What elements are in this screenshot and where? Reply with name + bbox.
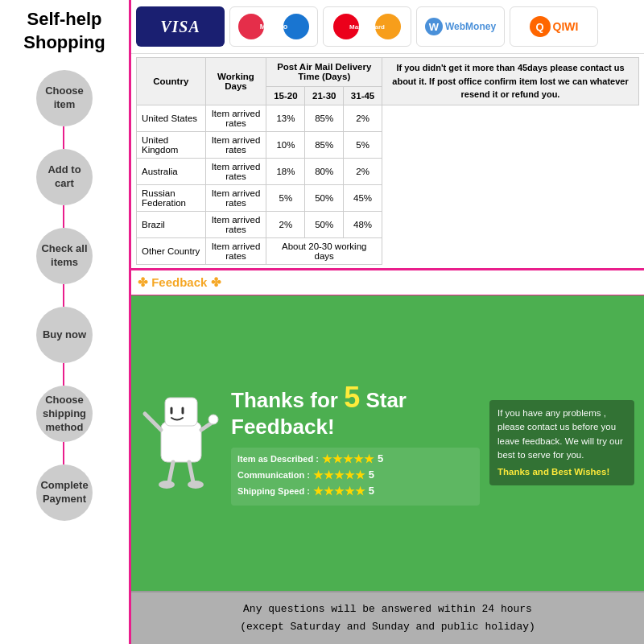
table-row: United KingdomItem arrived rates10%85%5% [137, 131, 639, 158]
col-rates: Working Days [205, 58, 266, 105]
step-item-choose-item: Choose item [0, 70, 129, 149]
webmoney-icon: W WebMoney [416, 6, 505, 47]
table-row: AustraliaItem arrived rates18%80%2% [137, 158, 639, 184]
mascot-figure [141, 378, 221, 509]
feedback-body: Thanks for 5 Star Feedback! Item as Desc… [131, 295, 644, 591]
col-15-20: 15-20 [266, 86, 305, 105]
feedback-section: ✤ Feedback ✤ [131, 270, 644, 591]
percent-cell: 48% [344, 211, 382, 237]
svg-line-4 [145, 414, 161, 430]
rating-score: 5 [369, 469, 374, 481]
percent-cell: 5% [344, 131, 382, 158]
delivery-table: Country Working Days Post Air Mail Deliv… [136, 57, 639, 265]
col-31-45: 31-45 [344, 86, 382, 105]
step-item-check-all-items: Check all items [0, 228, 129, 307]
rating-score: 5 [378, 452, 383, 464]
step-item-add-to-cart: Add to cart [0, 149, 129, 228]
percent-cell: 10% [266, 131, 305, 158]
country-cell: Brazil [137, 211, 206, 237]
rates-cell: Item arrived rates [205, 211, 266, 237]
step-connector-line [63, 363, 64, 386]
rating-row: Item as Described : ★★★★★ 5 [237, 452, 473, 465]
qiwi-icon: Q QIWI [510, 6, 598, 47]
rating-row: Communication : ★★★★★ 5 [237, 469, 473, 481]
step-item-buy-now: Buy now [0, 307, 129, 386]
footer: Any questions will be answered within 24… [131, 591, 644, 644]
main-content: VISA Maestro MasterCard W WebMoney Q QIW… [129, 0, 644, 644]
percent-cell: 85% [305, 105, 344, 131]
step-circle-choose-item[interactable]: Choose item [36, 70, 93, 126]
feedback-header: ✤ Feedback ✤ [131, 270, 644, 295]
feedback-thanks-text: Thanks for 5 Star Feedback! Item as Desc… [231, 381, 480, 506]
svg-line-7 [169, 462, 173, 482]
table-row: Other CountryItem arrived ratesAbout 20-… [137, 237, 639, 264]
percent-cell: 85% [305, 131, 344, 158]
step-item-complete-payment: Complete Payment [0, 464, 129, 521]
svg-rect-0 [161, 422, 201, 462]
percent-cell: 2% [344, 158, 382, 184]
country-cell: Russian Federation [137, 184, 206, 211]
mastercard-icon: MasterCard [323, 6, 411, 47]
percent-cell: 2% [266, 211, 305, 237]
delivery-time-header: Post Air Mail Delivery Time (Days) [266, 58, 382, 87]
rating-label: Communication : [237, 470, 310, 480]
step-circle-add-to-cart[interactable]: Add to cart [36, 149, 93, 205]
step-item-choose-shipping: Choose shipping method [0, 386, 129, 464]
step-connector-line [63, 284, 64, 307]
rating-stars: ★★★★★ [313, 469, 365, 481]
step-circle-check-all-items[interactable]: Check all items [36, 228, 93, 284]
percent-cell: 50% [305, 184, 344, 211]
col-21-30: 21-30 [305, 86, 344, 105]
percent-cell: 80% [305, 158, 344, 184]
colspan-cell: About 20-30 working days [266, 237, 382, 264]
country-cell: Australia [137, 158, 206, 184]
visa-icon: VISA [136, 6, 225, 47]
more-than-col: If you didn't get it more than 45days pl… [382, 58, 638, 105]
footer-line1: Any questions will be answered within 24… [138, 601, 638, 618]
rates-cell: Item arrived rates [205, 184, 266, 211]
footer-line2: (except Saturday and Sunday and public h… [138, 618, 638, 636]
svg-point-6 [208, 415, 218, 424]
rating-stars: ★★★★★ [322, 452, 374, 465]
table-row: BrazilItem arrived rates2%50%48% [137, 211, 639, 237]
svg-point-10 [188, 481, 204, 489]
step-circle-buy-now[interactable]: Buy now [36, 307, 93, 363]
payment-icons-row: VISA Maestro MasterCard W WebMoney Q QIW… [131, 0, 644, 54]
step-connector-line [63, 126, 64, 149]
table-row: United StatesItem arrived rates13%85%2% [137, 105, 639, 131]
maestro-icon: Maestro [229, 6, 318, 47]
feedback-note: If you have any problems , please contac… [489, 400, 634, 485]
thanks-wishes: Thanks and Best Wishes! [497, 465, 626, 479]
svg-point-9 [159, 481, 175, 489]
percent-cell: 2% [344, 105, 382, 131]
rating-label: Shipping Speed : [237, 486, 310, 496]
step-circle-choose-shipping[interactable]: Choose shipping method [36, 386, 93, 442]
svg-rect-1 [165, 398, 197, 426]
step-circle-complete-payment[interactable]: Complete Payment [36, 464, 93, 521]
rating-score: 5 [369, 485, 374, 497]
delivery-section: Country Working Days Post Air Mail Deliv… [131, 54, 644, 270]
rating-row: Shipping Speed : ★★★★★ 5 [237, 485, 473, 497]
step-connector-line [63, 205, 64, 228]
rates-cell: Item arrived rates [205, 158, 266, 184]
country-cell: Other Country [137, 237, 206, 264]
sidebar-title: Self-help Shopping [23, 8, 105, 54]
percent-cell: 50% [305, 211, 344, 237]
sidebar-steps: Choose itemAdd to cartCheck all itemsBuy… [0, 70, 129, 521]
country-cell: United Kingdom [137, 131, 206, 158]
rates-cell: Item arrived rates [205, 105, 266, 131]
col-country: Country [137, 58, 206, 105]
rates-cell: Item arrived rates [205, 131, 266, 158]
percent-cell: 45% [344, 184, 382, 211]
rates-cell: Item arrived rates [205, 237, 266, 264]
rating-label: Item as Described : [237, 454, 319, 464]
percent-cell: 13% [266, 105, 305, 131]
table-row: Russian FederationItem arrived rates5%50… [137, 184, 639, 211]
step-connector-line [63, 442, 64, 464]
percent-cell: 5% [266, 184, 305, 211]
svg-line-8 [189, 462, 193, 482]
percent-cell: 18% [266, 158, 305, 184]
rating-stars: ★★★★★ [313, 485, 365, 497]
country-cell: United States [137, 105, 206, 131]
sidebar: Self-help Shopping Choose itemAdd to car… [0, 0, 129, 644]
